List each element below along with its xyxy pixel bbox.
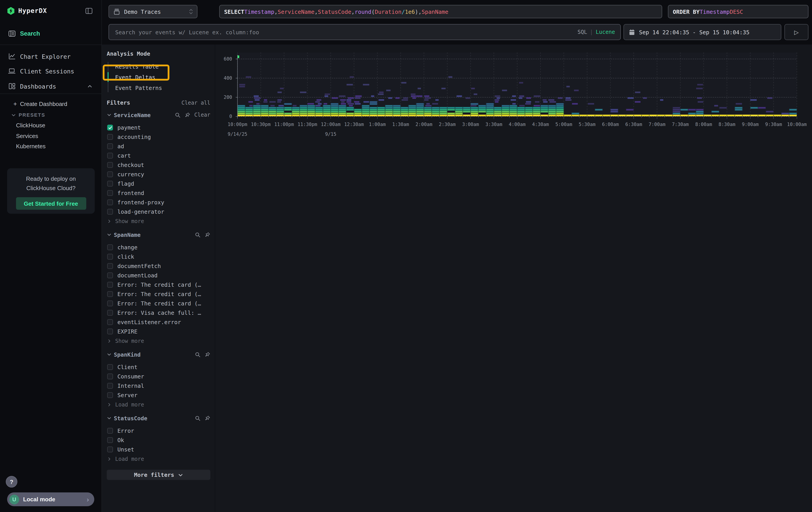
sidebar-item-dashboards[interactable]: Dashboards xyxy=(0,79,102,93)
filter-checkbox-row[interactable]: Consumer xyxy=(107,372,210,381)
checkbox[interactable] xyxy=(107,272,113,278)
filter-checkbox-row[interactable]: frontend-proxy xyxy=(107,198,210,207)
load-more-button[interactable]: Load more xyxy=(107,400,210,409)
filter-checkbox-row[interactable]: ad xyxy=(107,141,210,151)
mode-results-table[interactable]: Results Table xyxy=(107,61,210,72)
filter-checkbox-row[interactable]: documentFetch xyxy=(107,261,210,271)
hyperdx-logo-icon[interactable] xyxy=(7,7,15,15)
data-source-select[interactable]: Demo Traces xyxy=(109,5,198,18)
filter-checkbox-row[interactable]: currency xyxy=(107,170,210,179)
checkbox[interactable] xyxy=(107,263,113,269)
filter-checkbox-row[interactable]: Server xyxy=(107,390,210,400)
pin-icon[interactable] xyxy=(205,415,210,421)
checkbox[interactable] xyxy=(107,209,113,215)
pin-icon[interactable] xyxy=(205,232,210,238)
mode-event-patterns[interactable]: Event Patterns xyxy=(107,82,210,93)
filter-checkbox-row[interactable]: accounting xyxy=(107,132,210,141)
filter-checkbox-row[interactable]: Internal xyxy=(107,381,210,390)
filter-section-header[interactable]: SpanKind xyxy=(107,349,210,360)
checkbox[interactable] xyxy=(107,125,113,131)
clear-all-button[interactable]: Clear all xyxy=(181,100,210,106)
filter-checkbox-row[interactable]: frontend xyxy=(107,188,210,198)
get-started-button[interactable]: Get Started for Free xyxy=(16,197,86,210)
filter-checkbox-row[interactable]: click xyxy=(107,252,210,261)
search-input[interactable] xyxy=(114,28,577,36)
checkbox[interactable] xyxy=(107,282,113,288)
checkbox[interactable] xyxy=(107,329,113,334)
checkbox[interactable] xyxy=(107,143,113,149)
create-dashboard-button[interactable]: + Create Dashboard xyxy=(0,99,102,109)
show-more-button[interactable]: Show more xyxy=(107,216,210,226)
filter-section-header[interactable]: StatusCode xyxy=(107,413,210,423)
pin-icon[interactable] xyxy=(205,351,210,357)
sidebar-item-search[interactable]: Search xyxy=(0,27,102,41)
checkbox[interactable] xyxy=(107,374,113,379)
checkbox[interactable] xyxy=(107,134,113,140)
show-more-button[interactable]: Show more xyxy=(107,336,210,346)
presets-toggle[interactable]: PRESETS xyxy=(0,110,102,120)
filter-checkbox-row[interactable]: change xyxy=(107,243,210,252)
preset-kubernetes[interactable]: Kubernetes xyxy=(16,143,46,150)
checkbox[interactable] xyxy=(107,310,113,316)
collapse-sidebar-icon[interactable] xyxy=(85,7,92,14)
load-more-button[interactable]: Load more xyxy=(107,454,210,463)
run-query-button[interactable]: ▷ xyxy=(784,24,808,40)
checkbox[interactable] xyxy=(107,447,113,452)
time-range-picker[interactable]: Sep 14 22:04:35 - Sep 15 10:04:35 xyxy=(624,24,781,40)
filter-checkbox-row[interactable]: Client xyxy=(107,362,210,372)
filter-checkbox-row[interactable]: cart xyxy=(107,151,210,160)
filter-checkbox-row[interactable]: EXPIRE xyxy=(107,327,210,336)
filter-checkbox-row[interactable]: Error: Visa cache full: … xyxy=(107,308,210,318)
checkbox[interactable] xyxy=(107,291,113,297)
filter-checkbox-row[interactable]: eventListener.error xyxy=(107,318,210,327)
checkbox[interactable] xyxy=(107,300,113,306)
filter-checkbox-row[interactable]: payment xyxy=(107,123,210,132)
filter-checkbox-row[interactable]: Error: The credit card (… xyxy=(107,280,210,289)
filter-checkbox-row[interactable]: Ok xyxy=(107,435,210,445)
filter-checkbox-row[interactable]: Error xyxy=(107,426,210,435)
checkbox[interactable] xyxy=(107,181,113,187)
filter-checkbox-row[interactable]: Error: The credit card (… xyxy=(107,289,210,299)
preset-clickhouse[interactable]: ClickHouse xyxy=(16,122,46,129)
search-icon[interactable] xyxy=(195,415,201,421)
checkbox[interactable] xyxy=(107,254,113,260)
filter-checkbox-row[interactable]: documentLoad xyxy=(107,271,210,280)
checkbox[interactable] xyxy=(107,162,113,168)
chevron-up-icon[interactable] xyxy=(87,83,92,89)
filter-section-header[interactable]: ServiceNameClear xyxy=(107,110,210,120)
sidebar-item-chart-explorer[interactable]: Chart Explorer xyxy=(0,49,102,63)
filter-checkbox-row[interactable]: Error: The credit card (… xyxy=(107,299,210,308)
filter-checkbox-row[interactable]: load-generator xyxy=(107,207,210,216)
checkbox[interactable] xyxy=(107,171,113,177)
checkbox[interactable] xyxy=(107,153,113,159)
filter-checkbox-row[interactable]: flagd xyxy=(107,179,210,188)
checkbox[interactable] xyxy=(107,244,113,250)
filter-checkbox-row[interactable]: checkout xyxy=(107,160,210,170)
checkbox[interactable] xyxy=(107,364,113,370)
checkbox[interactable] xyxy=(107,383,113,389)
mode-sql-toggle[interactable]: SQL xyxy=(577,29,587,35)
checkbox[interactable] xyxy=(107,428,113,434)
sidebar-item-client-sessions[interactable]: Client Sessions xyxy=(0,64,102,78)
clear-filter-button[interactable]: Clear xyxy=(194,112,210,118)
search-icon[interactable] xyxy=(195,351,201,357)
help-button[interactable]: ? xyxy=(6,476,17,487)
sql-select-editor[interactable]: SELECT Timestamp, ServiceName, StatusCod… xyxy=(219,5,662,18)
checkbox[interactable] xyxy=(107,392,113,398)
checkbox[interactable] xyxy=(107,190,113,196)
checkbox[interactable] xyxy=(107,199,113,205)
search-icon[interactable] xyxy=(175,112,180,118)
more-filters-button[interactable]: More filters xyxy=(107,470,210,480)
pin-icon[interactable] xyxy=(184,112,190,118)
local-mode-button[interactable]: U Local mode › xyxy=(7,492,94,506)
preset-services[interactable]: Services xyxy=(16,133,38,139)
mode-event-deltas[interactable]: Event Deltas xyxy=(107,72,210,82)
filter-checkbox-row[interactable]: Unset xyxy=(107,445,210,454)
order-by-editor[interactable]: ORDER BY Timestamp DESC xyxy=(668,5,808,18)
search-icon[interactable] xyxy=(195,232,201,238)
checkbox[interactable] xyxy=(107,437,113,443)
duration-heatmap[interactable] xyxy=(234,53,805,120)
mode-lucene-toggle[interactable]: Lucene xyxy=(596,29,615,35)
search-bar[interactable]: SQL | Lucene xyxy=(109,24,621,40)
filter-section-header[interactable]: SpanName xyxy=(107,229,210,240)
